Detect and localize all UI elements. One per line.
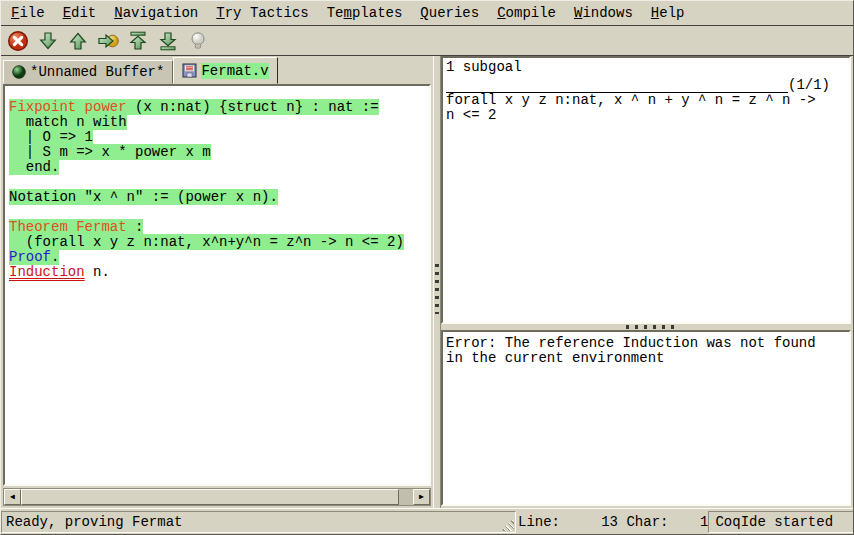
code-text: match n with [9, 114, 127, 130]
menu-queries[interactable]: Queries [411, 3, 488, 23]
tab-fermat-label: Fermat.v [201, 63, 268, 79]
right-pane: 1 subgoal (1/1) forall x y z n:nat, x ^ … [441, 56, 853, 508]
code-line[interactable]: match n with [9, 115, 425, 130]
floppy-save-icon [182, 63, 197, 78]
toolbar [1, 26, 853, 56]
menu-try-tactics-accel: T [216, 5, 224, 21]
go-to-end-button[interactable] [156, 28, 180, 54]
menu-edit-accel: E [63, 5, 71, 21]
arrow-to-bottom-icon [157, 30, 179, 52]
code-line[interactable]: Notation "x ^ n" := (power x n). [9, 190, 425, 205]
app-status: CoqIde started [715, 514, 833, 530]
step-backward-button[interactable] [66, 28, 90, 54]
coqide-window: File Edit Navigation Try Tactics Templat… [0, 0, 854, 535]
menu-file-label-rest: ile [19, 5, 44, 21]
tab-fermat[interactable]: Fermat.v [173, 57, 277, 84]
status-message-panel: Ready, proving Fermat [1, 511, 516, 533]
menu-help[interactable]: Help [642, 3, 694, 23]
stop-icon [7, 30, 29, 52]
scroll-right-button[interactable]: ▶ [413, 489, 430, 505]
menu-queries-label-rest: ueries [429, 5, 479, 21]
tab-unnamed-buffer[interactable]: *Unnamed Buffer* [3, 60, 173, 84]
code-error-token: Induction [9, 264, 85, 280]
menu-templates-label: Te [327, 5, 344, 21]
code-line[interactable]: (forall x y z n:nat, x^n+y^n = z^n -> n … [9, 235, 425, 250]
goal-counter: (1/1) [788, 78, 830, 93]
error-message-line: Error: The reference Induction was not f… [446, 336, 846, 351]
menu-try-tactics[interactable]: Try Tactics [207, 3, 317, 23]
scroll-left-button[interactable]: ◀ [4, 489, 21, 505]
go-to-cursor-button[interactable] [96, 28, 120, 54]
menu-help-accel: H [651, 5, 659, 21]
menu-file[interactable]: File [2, 3, 54, 23]
menu-try-tactics-label-rest: ry Tactics [225, 5, 309, 21]
script-editor[interactable]: Fixpoint power (x n:nat) {struct n} : na… [3, 84, 431, 486]
code-line[interactable]: end. [9, 160, 425, 175]
menu-windows[interactable]: Windows [565, 3, 642, 23]
main-area: *Unnamed Buffer* Fermat.v Fixpoint power [1, 56, 853, 508]
tab-unnamed-buffer-label: *Unnamed Buffer* [30, 64, 164, 80]
interrupt-button[interactable] [6, 28, 30, 54]
scrollbar-thumb[interactable] [21, 489, 399, 505]
vertical-splitter[interactable] [433, 56, 441, 508]
menu-navigation[interactable]: Navigation [105, 3, 207, 23]
green-sphere-icon [12, 65, 26, 79]
code-line[interactable]: | S m => x * power x m [9, 145, 425, 160]
menu-edit[interactable]: Edit [54, 3, 106, 23]
menu-templates-accel: m [344, 5, 352, 21]
splitter-handle-icon [435, 264, 439, 314]
char-label: Char: [626, 514, 668, 530]
goal-separator-row: (1/1) [446, 77, 846, 93]
code-text: n. [85, 264, 110, 280]
status-message: Ready, proving Fermat [6, 514, 182, 530]
goal-separator-line [446, 77, 788, 93]
menu-bar: File Edit Navigation Try Tactics Templat… [1, 1, 853, 26]
code-line-blank[interactable] [9, 205, 425, 220]
line-label: Line: [518, 514, 560, 530]
code-text: | O => 1 [9, 129, 93, 145]
app-status-panel: CoqIde started [708, 511, 854, 533]
goal-statement-line: forall x y z n:nat, x ^ n + y ^ n = z ^ … [446, 93, 846, 108]
hint-button[interactable] [186, 28, 210, 54]
code-keyword: Fixpoint power [9, 99, 127, 115]
code-text: | S m => x * power x m [9, 144, 211, 160]
code-proof-keyword: Proof [9, 249, 51, 265]
error-message-line: in the current environment [446, 351, 846, 366]
goto-cursor-icon [96, 30, 120, 52]
menu-compile-label-rest: ompile [506, 5, 556, 21]
cursor-position: Line:13 Char:1 [518, 511, 708, 533]
code-keyword: Theorem Fermat [9, 219, 127, 235]
menu-compile[interactable]: Compile [488, 3, 565, 23]
scroll-left-icon: ◀ [10, 493, 15, 501]
char-value: 1 [668, 514, 708, 530]
menu-queries-accel: Q [420, 5, 428, 21]
code-line-blank[interactable] [9, 175, 425, 190]
code-text: end. [9, 159, 59, 175]
arrow-up-icon [67, 30, 89, 52]
menu-templates[interactable]: Templates [318, 3, 412, 23]
messages-pane[interactable]: Error: The reference Induction was not f… [441, 330, 851, 506]
script-notebook: *Unnamed Buffer* Fermat.v Fixpoint power [1, 56, 433, 508]
tab-row: *Unnamed Buffer* Fermat.v [1, 56, 433, 84]
code-text: . [51, 249, 59, 265]
step-forward-button[interactable] [36, 28, 60, 54]
menu-navigation-label-rest: avigation [123, 5, 199, 21]
splitter-handle-icon [626, 325, 674, 329]
code-line[interactable]: | O => 1 [9, 130, 425, 145]
code-line[interactable]: Fixpoint power (x n:nat) {struct n} : na… [9, 100, 425, 115]
code-line[interactable]: Proof. [9, 250, 425, 265]
resize-grip[interactable] [501, 518, 514, 531]
goals-pane[interactable]: 1 subgoal (1/1) forall x y z n:nat, x ^ … [441, 56, 851, 324]
menu-windows-label-rest: indows [582, 5, 632, 21]
code-line[interactable]: Theorem Fermat : [9, 220, 425, 235]
restart-button[interactable] [126, 28, 150, 54]
code-text: (forall x y z n:nat, x^n+y^n = z^n -> n … [9, 234, 404, 250]
horizontal-scrollbar[interactable]: ◀ ▶ [3, 488, 431, 506]
arrow-to-top-icon [127, 30, 149, 52]
line-value: 13 [560, 514, 618, 530]
code-text: Notation "x ^ n" := (power x n). [9, 189, 278, 205]
code-line[interactable]: Induction n. [9, 265, 425, 280]
horizontal-splitter[interactable] [441, 324, 851, 330]
status-bar: Ready, proving Fermat Line:13 Char:1 Coq… [1, 508, 853, 534]
arrow-down-icon [37, 30, 59, 52]
